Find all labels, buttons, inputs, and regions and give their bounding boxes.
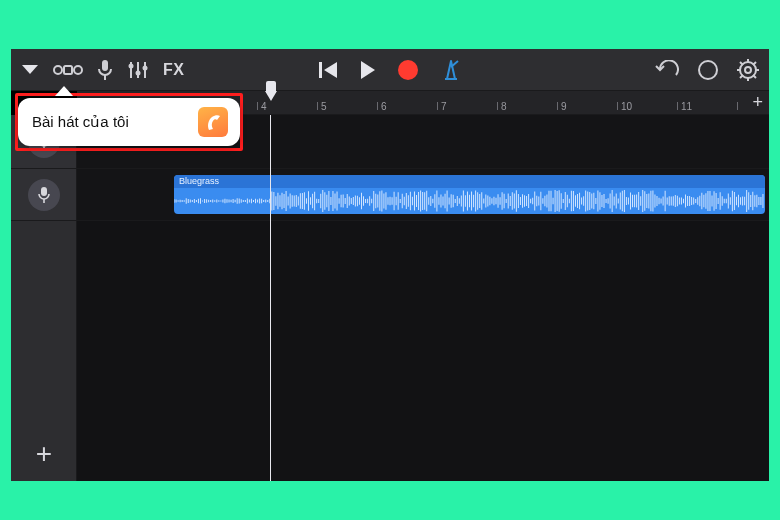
- svg-point-0: [54, 66, 62, 74]
- ruler-tick: [437, 102, 438, 110]
- svg-line-22: [740, 75, 743, 78]
- ruler-tick: [257, 102, 258, 110]
- svg-line-20: [740, 62, 743, 65]
- ruler-label: 4: [261, 101, 267, 112]
- popover-caret-icon: [55, 86, 73, 96]
- tracks-area: + Bluegrass: [11, 115, 769, 481]
- add-track-button[interactable]: +: [11, 427, 77, 481]
- add-section-button[interactable]: +: [752, 93, 763, 111]
- app-frame: FX: [11, 49, 769, 481]
- highlight-annotation: Bài hát của tôi: [15, 93, 243, 151]
- menu-dropdown-button[interactable]: [21, 64, 39, 76]
- svg-rect-3: [102, 60, 108, 71]
- svg-rect-27: [41, 187, 47, 196]
- undo-button[interactable]: [655, 60, 679, 80]
- waveform-icon: [174, 188, 765, 214]
- ruler-label: 6: [381, 101, 387, 112]
- svg-rect-11: [319, 62, 322, 78]
- metronome-button[interactable]: [440, 59, 462, 81]
- view-toggle-button[interactable]: [53, 61, 83, 79]
- track-sidebar: +: [11, 115, 77, 481]
- my-songs-menu-item[interactable]: Bài hát của tôi: [18, 98, 240, 146]
- mic-track-icon: [28, 179, 60, 211]
- settings-button[interactable]: [737, 59, 759, 81]
- record-dot-icon: [398, 60, 418, 80]
- ruler-tick: [557, 102, 558, 110]
- loop-browser-button[interactable]: [697, 59, 719, 81]
- svg-line-21: [753, 75, 756, 78]
- audio-region[interactable]: Bluegrass: [174, 175, 765, 214]
- ruler-label: 10: [621, 101, 632, 112]
- ruler-label: 11: [681, 101, 692, 112]
- play-button[interactable]: [360, 60, 376, 80]
- ruler-tick: [317, 102, 318, 110]
- track-lane-2[interactable]: Bluegrass: [77, 169, 769, 221]
- track-header-2[interactable]: [11, 169, 76, 221]
- microphone-button[interactable]: [97, 59, 113, 81]
- playhead-handle-icon: [265, 91, 277, 101]
- audio-region-name: Bluegrass: [174, 175, 765, 188]
- my-songs-label: Bài hát của tôi: [32, 113, 129, 131]
- svg-point-2: [74, 66, 82, 74]
- svg-point-14: [699, 61, 717, 79]
- ruler-tick: [617, 102, 618, 110]
- playhead[interactable]: [270, 115, 271, 481]
- ruler-tick: [677, 102, 678, 110]
- ruler-tick: [737, 102, 738, 110]
- mixer-sliders-button[interactable]: [127, 60, 149, 80]
- ruler-label: 9: [561, 101, 567, 112]
- record-button[interactable]: [398, 60, 418, 80]
- garageband-app-icon: [198, 107, 228, 137]
- toolbar: FX: [11, 49, 769, 91]
- rewind-button[interactable]: [318, 61, 338, 79]
- svg-point-9: [136, 70, 141, 75]
- ruler-label: 8: [501, 101, 507, 112]
- svg-line-23: [753, 62, 756, 65]
- svg-point-10: [143, 65, 148, 70]
- svg-rect-1: [64, 66, 72, 74]
- fx-button[interactable]: FX: [163, 61, 184, 79]
- ruler-label: 7: [441, 101, 447, 112]
- ruler-tick: [497, 102, 498, 110]
- svg-point-8: [129, 63, 134, 68]
- ruler-tick: [377, 102, 378, 110]
- ruler-label: 5: [321, 101, 327, 112]
- svg-point-24: [745, 67, 751, 73]
